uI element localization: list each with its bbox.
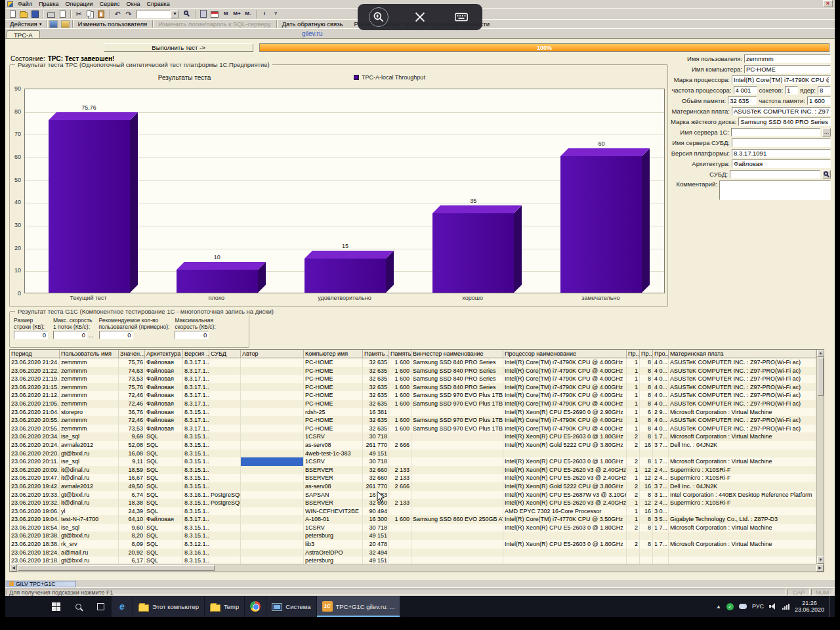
taskbar-button-edge[interactable]: e — [112, 596, 133, 617]
column-header-10[interactable]: Винчестер наименование — [411, 350, 503, 358]
cpu-freq-field[interactable] — [734, 86, 757, 94]
output-button[interactable] — [49, 19, 59, 29]
menu-item-Правка[interactable]: Правка — [35, 1, 62, 7]
max-speed-1-thread-field[interactable] — [53, 331, 87, 339]
taskbar-button-chrome[interactable] — [245, 596, 266, 617]
scroll-down-button[interactable]: ▼ — [817, 556, 824, 564]
menu-item-Окна[interactable]: Окна — [123, 1, 143, 7]
table-row-12[interactable]: 23.06.2020 20:11..ise_sql9,11SQL8.3.15.1… — [10, 457, 816, 466]
select-button[interactable]: … — [822, 128, 831, 136]
print-button[interactable] — [46, 9, 56, 19]
table-row-15[interactable]: 23.06.2020 19:42..avmale201249,50SQL8.3.… — [10, 482, 816, 491]
table-row-8[interactable]: 23.06.2020 20:55..zemmmm73,53Файловая8.3… — [10, 425, 816, 433]
calendar-button[interactable] — [209, 9, 220, 19]
cores-field[interactable] — [818, 86, 831, 94]
column-header-2[interactable]: Значен... — [119, 350, 145, 358]
column-header-11[interactable]: Процессор наименование — [503, 350, 627, 358]
cpu-model-field[interactable] — [732, 75, 831, 84]
recommended-users-field[interactable] — [99, 331, 133, 339]
column-header-13[interactable]: Пр... — [640, 350, 653, 358]
table-row-6[interactable]: 23.06.2020 21:04..storepro36,76Файловая8… — [10, 408, 816, 417]
taskbar-button-Этот компьютер[interactable]: Этот компьютер — [133, 596, 204, 617]
column-header-5[interactable]: СУБД — [209, 350, 241, 358]
table-row-16[interactable]: 23.06.2020 19:33..gt@bxxl.ru6,74SQL8.3.1… — [10, 491, 816, 499]
ram-freq-field[interactable] — [807, 96, 831, 105]
table-row-2[interactable]: 23.06.2020 21:19..zemmmm73,53Файловая8.3… — [10, 375, 816, 383]
table-row-11[interactable]: 23.06.2020 20:20..gt@bxxl.ru16,08SQL8.3.… — [10, 450, 816, 458]
new-document-button[interactable] — [7, 9, 18, 19]
column-header-14[interactable]: Про... — [653, 350, 669, 358]
action-button-0[interactable]: Изменить пользователя — [74, 20, 152, 28]
table-row-7[interactable]: 23.06.2020 20:55..zemmmm72,46Файловая8.3… — [10, 416, 816, 425]
menu-item-Сервис[interactable]: Сервис — [96, 1, 123, 7]
vertical-scrollbar[interactable]: ▲ ▼ — [816, 350, 824, 564]
taskbar-button-Система[interactable]: Система — [266, 596, 316, 617]
table-row-21[interactable]: 23.06.2020 18:38..gt@bxxl.ru8,20SQL8.3.1… — [10, 532, 816, 540]
table-row-17[interactable]: 23.06.2020 19:32..it@dinal.ru18,38SQL8.3… — [10, 499, 816, 507]
column-header-9[interactable]: Память ... — [389, 350, 411, 358]
annotate-button[interactable] — [410, 7, 430, 27]
taskbar-button-Temp[interactable]: Temp — [205, 596, 244, 617]
taskbar-clock[interactable]: 21:26 23.06.2020 — [795, 600, 824, 613]
menu-item-Файл[interactable]: Файл — [14, 1, 35, 7]
print-preview-button[interactable] — [57, 9, 68, 19]
table-row-9[interactable]: 23.06.2020 20:34..ise_sql9,69SQL8.3.15.1… — [10, 432, 816, 441]
table-row-24[interactable]: 23.06.2020 18:18..gt@bxxl.ru6,17SQL8.3.1… — [10, 556, 816, 564]
user-name-field[interactable] — [744, 54, 831, 63]
column-header-4[interactable]: Версия ... — [183, 350, 209, 358]
table-row-22[interactable]: 23.06.2020 18:38..rk_srv8,09SQL8.3.12.1.… — [10, 540, 816, 549]
table-row-4[interactable]: 23.06.2020 21:12..zemmmm72,46Файловая8.3… — [10, 391, 816, 400]
mdi-window-caption[interactable]: GILV TPC+G1C — [7, 581, 76, 587]
antivirus-tray-icon[interactable]: ✓ — [726, 603, 734, 610]
network-icon[interactable] — [782, 603, 789, 610]
menu-item-Справка[interactable]: Справка — [143, 1, 173, 7]
max-speed-field[interactable] — [175, 331, 209, 339]
tray-expand-button[interactable]: ▲ — [716, 604, 721, 610]
copy-button[interactable] — [85, 9, 95, 19]
column-header-8[interactable]: Память ... — [363, 350, 389, 358]
table-row-19[interactable]: 23.06.2020 19:04..test-N-i7-470064,10Фай… — [10, 515, 816, 524]
taskbar-button-TPC+G1C gilev.ru: ...[interactable]: 1СTPC+G1C gilev.ru: ... — [317, 596, 400, 617]
language-indicator[interactable]: РУС — [752, 603, 764, 610]
scroll-up-button[interactable]: ▲ — [817, 350, 824, 357]
column-header-7[interactable]: Компьютер имя — [304, 350, 363, 358]
table-row-20[interactable]: 23.06.2020 18:54..ise_sql9,60SQL8.3.15.1… — [10, 524, 816, 532]
table-row-23[interactable]: 23.06.2020 18:24..a@mail.ru20,92SQL8.3.1… — [10, 549, 816, 557]
memory-m-plus-button[interactable]: M+ — [232, 9, 242, 19]
chevron-down-icon[interactable]: ▼ — [171, 10, 179, 18]
disk-model-field[interactable] — [738, 117, 831, 126]
column-header-0[interactable]: Период — [10, 350, 60, 358]
start-button[interactable] — [45, 596, 67, 617]
architecture-field[interactable] — [732, 159, 831, 168]
menu-item-Операции[interactable]: Операции — [62, 1, 96, 7]
help-button[interactable]: ? — [270, 9, 281, 19]
info-button[interactable]: i — [259, 9, 270, 19]
settings-button[interactable] — [60, 19, 71, 29]
scrollbar-thumb[interactable] — [18, 565, 215, 571]
undo-button[interactable]: ↶ — [112, 9, 123, 19]
column-header-15[interactable]: Материнская плата — [669, 350, 816, 358]
row-size-field[interactable] — [14, 331, 48, 339]
column-header-12[interactable]: Пр... — [627, 350, 640, 358]
sockets-field[interactable] — [785, 86, 798, 94]
table-row-0[interactable]: 23.06.2020 21:24..zemmmm75,76Файловая8.3… — [10, 358, 816, 367]
dbms-field[interactable] — [730, 170, 820, 178]
scroll-left-button[interactable]: ◀ — [10, 564, 17, 572]
computer-name-field[interactable] — [744, 65, 831, 74]
comment-field[interactable] — [719, 180, 831, 200]
keyboard-button[interactable] — [452, 7, 471, 27]
taskbar-search-button[interactable] — [67, 596, 89, 617]
volume-icon[interactable] — [769, 603, 777, 610]
redo-button[interactable]: ↷ — [123, 9, 134, 19]
open-file-button[interactable] — [18, 9, 29, 19]
gilev-link[interactable]: gilev.ru — [302, 30, 323, 37]
toolbar-combobox[interactable]: ▼ — [136, 10, 179, 18]
column-header-1[interactable]: Пользователь имя — [60, 350, 119, 358]
motherboard-field[interactable] — [732, 107, 831, 116]
ram-size-field[interactable] — [728, 96, 757, 105]
table-row-14[interactable]: 23.06.2020 19:47..it@dinal.ru16,67SQL8.3… — [10, 474, 816, 482]
show-desktop-button[interactable] — [830, 596, 832, 617]
table-row-1[interactable]: 23.06.2020 21:22..zemmmm74,63Файловая8.3… — [10, 367, 816, 375]
server-1c-name-field[interactable] — [731, 128, 820, 136]
cut-button[interactable]: ✂ — [74, 9, 84, 19]
